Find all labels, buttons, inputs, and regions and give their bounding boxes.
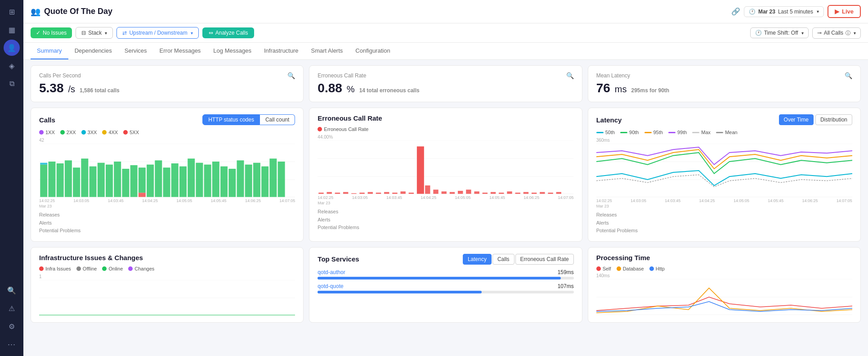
tab-services[interactable]: Services — [118, 43, 153, 59]
sidebar-icon-home[interactable]: ⊞ — [4, 4, 20, 20]
chart-row-2: Infrastructure Issues & Changes Infra Is… — [31, 247, 861, 323]
infra-header: Infrastructure Issues & Changes — [39, 254, 295, 261]
ecr-label: Erroneous Call Rate 🔍 — [318, 72, 573, 79]
tab-error-messages[interactable]: Error Messages — [153, 43, 207, 59]
sidebar-icon-settings[interactable]: ⚙ — [4, 318, 20, 334]
svg-rect-28 — [220, 167, 228, 197]
latency-chart-area — [596, 144, 852, 198]
sidebar-icon-layers[interactable]: ⧉ — [4, 76, 20, 92]
top-services-header: Top Services Latency Calls Erroneous Cal… — [318, 254, 573, 265]
sidebar-icon-user[interactable]: 👤 — [4, 40, 20, 56]
tab-smart-alerts[interactable]: Smart Alerts — [305, 43, 349, 59]
latency-y-max: 360ms — [596, 138, 852, 143]
topbar-left: 👥 Quote Of The Day — [31, 7, 112, 17]
svg-rect-25 — [196, 163, 203, 197]
calls-chart-area — [39, 144, 295, 198]
svg-rect-62 — [499, 193, 504, 194]
time-range-selector[interactable]: 🕐 Mar 23 Last 5 minutes ▾ — [744, 6, 824, 17]
topbar-right: 🔗 🕐 Mar 23 Last 5 minutes ▾ ▶ Live — [731, 5, 861, 18]
stack-icon: ⊟ — [81, 30, 86, 36]
sidebar-icon-alert[interactable]: ⚠ — [4, 300, 20, 316]
distribution-tab[interactable]: Distribution — [815, 114, 852, 125]
time-range-label: Last 5 minutes — [778, 9, 813, 15]
sidebar-icon-search[interactable]: 🔍 — [4, 282, 20, 298]
latency-legend: 50th 90th 95th 99th Max Mean — [596, 130, 852, 135]
latency-label: Mean Latency 🔍 — [596, 72, 852, 79]
legend-changes: Changes — [128, 266, 154, 271]
top-svc-calls-tab[interactable]: Calls — [492, 254, 515, 265]
upstream-label: Upstream / Downstream — [129, 30, 187, 36]
tab-summary[interactable]: Summary — [31, 43, 68, 59]
ecr-search-icon[interactable]: 🔍 — [566, 72, 574, 79]
link-icon[interactable]: 🔗 — [731, 7, 740, 16]
call-count-btn[interactable]: Call count — [260, 114, 295, 125]
top-svc-latency-tab[interactable]: Latency — [463, 254, 492, 265]
analyze-calls-button[interactable]: ⇔ Analyze Calls — [202, 27, 255, 38]
calls-footer: Releases Alerts Potential Problems — [39, 211, 295, 235]
svg-rect-66 — [532, 193, 537, 194]
svg-rect-16 — [130, 165, 138, 197]
legend-database: Database — [617, 266, 644, 271]
upstream-downstream-button[interactable]: ⇄ Upstream / Downstream ▾ — [116, 27, 198, 39]
play-icon: ▶ — [835, 8, 839, 15]
live-button[interactable]: ▶ Live — [828, 5, 861, 18]
filterbar-left: ✓ No Issues ⊟ Stack ▾ ⇄ Upstream / Downs… — [31, 27, 254, 39]
chevron-down-icon-stack: ▾ — [105, 31, 107, 36]
calls-legend: 1XX 2XX 3XX 4XX 5XX — [39, 130, 295, 135]
service-name-1[interactable]: qotd-quote — [318, 283, 343, 289]
svg-rect-49 — [393, 193, 398, 194]
service-bar-bg-0 — [318, 277, 573, 279]
erroneous-chart-area — [318, 140, 573, 194]
tab-log-messages[interactable]: Log Messages — [207, 43, 258, 59]
svg-rect-43 — [343, 192, 348, 194]
svg-rect-24 — [188, 158, 195, 197]
svg-rect-57 — [458, 191, 463, 194]
service-row-1: qotd-quote 107ms — [318, 283, 573, 293]
svg-rect-20 — [155, 160, 162, 197]
timeshift-label: Time Shift: Off — [764, 30, 798, 36]
http-status-btn[interactable]: HTTP status codes — [202, 114, 260, 125]
filterbar-right: 🕐 Time Shift: Off ▾ ⊸ All Calls ⓘ ▾ — [750, 27, 861, 39]
svg-rect-61 — [491, 192, 496, 194]
infra-title: Infrastructure Issues & Changes — [39, 254, 143, 261]
sidebar-icon-grid[interactable]: ▦ — [4, 22, 20, 38]
legend-5xx: 5XX — [123, 130, 139, 135]
svg-rect-26 — [204, 165, 211, 197]
legend-50th: 50th — [596, 130, 615, 135]
timeshift-button[interactable]: 🕐 Time Shift: Off ▾ — [750, 27, 809, 38]
cps-metric-card: Calls Per Second 🔍 5.38/s 1,586 total ca… — [31, 65, 304, 102]
no-issues-button[interactable]: ✓ No Issues — [31, 27, 72, 38]
stack-button[interactable]: ⊟ Stack ▾ — [76, 27, 113, 39]
top-services-tabs: Latency Calls Erroneous Call Rate — [463, 254, 574, 265]
svg-rect-33 — [261, 167, 268, 197]
service-name-0[interactable]: qotd-author — [318, 269, 345, 275]
erroneous-xaxis: 14:02:2514:03:0514:03:4514:04:2514:05:05… — [318, 194, 573, 201]
service-val-1: 107ms — [558, 283, 574, 289]
processing-time-card: Processing Time Self Database Http 140ms — [588, 247, 861, 323]
latency-search-icon[interactable]: 🔍 — [845, 72, 852, 79]
cps-search-icon[interactable]: 🔍 — [287, 72, 295, 79]
legend-http: Http — [649, 266, 665, 271]
service-bar-bg-1 — [318, 291, 573, 293]
legend-ecr: Erroneous Call Rate — [318, 126, 368, 132]
svg-rect-67 — [540, 192, 545, 194]
svg-rect-55 — [442, 191, 447, 194]
erroneous-chart-title: Erroneous Call Rate — [318, 114, 382, 122]
over-time-tab[interactable]: Over Time — [779, 114, 814, 125]
sidebar-icon-more[interactable]: ··· — [4, 336, 20, 352]
allcalls-button[interactable]: ⊸ All Calls ⓘ ▾ — [812, 27, 861, 39]
top-svc-erroneous-tab[interactable]: Erroneous Call Rate — [515, 254, 574, 265]
svg-rect-14 — [114, 162, 121, 197]
svg-rect-8 — [65, 160, 72, 197]
svg-rect-51 — [409, 193, 414, 194]
sidebar-icon-tag[interactable]: ◈ — [4, 58, 20, 74]
svg-rect-6 — [48, 162, 55, 197]
tab-configuration[interactable]: Configuration — [349, 43, 396, 59]
tab-dependencies[interactable]: Dependencies — [68, 43, 118, 59]
latency-chart-card: Latency Over Time Distribution 50th 90th… — [588, 108, 861, 242]
tab-infrastructure[interactable]: Infrastructure — [258, 43, 305, 59]
sidebar: ⊞ ▦ 👤 ◈ ⧉ 🔍 ⚠ ⚙ ··· — [0, 0, 23, 356]
processing-header: Processing Time — [596, 254, 852, 261]
svg-rect-40 — [319, 193, 324, 194]
check-icon: ✓ — [36, 30, 40, 36]
